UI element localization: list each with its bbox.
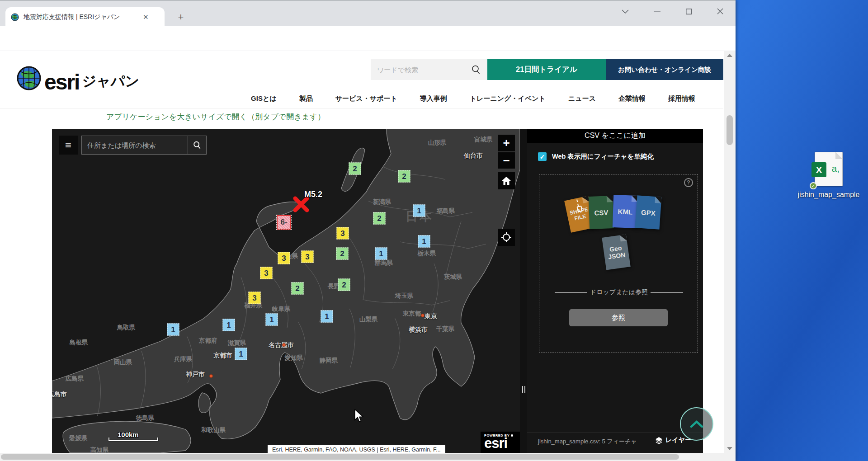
excel-x-logo: X bbox=[811, 162, 826, 177]
map-search-box[interactable] bbox=[81, 136, 207, 155]
browser-tab[interactable]: 地震対応支援情報 | ESRIジャパン ✕ bbox=[5, 7, 165, 27]
horizontal-scrollbar[interactable] bbox=[0, 453, 736, 461]
intensity-marker[interactable]: 2 bbox=[398, 170, 410, 183]
site-search-box[interactable] bbox=[371, 59, 487, 80]
tab-close-icon[interactable]: ✕ bbox=[143, 14, 149, 20]
site-header: esri ジャパン 21日間トライアル お問い合わせ・オンライン商談 GISとは… bbox=[0, 51, 723, 108]
intensity-marker[interactable]: 3 bbox=[249, 292, 261, 304]
maximize-button[interactable] bbox=[682, 6, 695, 16]
nav-item[interactable]: GISとは bbox=[251, 94, 277, 103]
simplify-label: Web 表示用にフィーチャを単純化 bbox=[552, 152, 654, 161]
intensity-marker[interactable]: 1 bbox=[235, 348, 247, 360]
intensity-marker[interactable]: 2 bbox=[349, 163, 361, 175]
favicon-globe-icon bbox=[11, 13, 19, 21]
nav-item[interactable]: サービス・サポート bbox=[335, 94, 397, 103]
intensity-marker[interactable]: 1 bbox=[418, 235, 430, 248]
desktop-excel-file[interactable]: X a, ✓ jishin_map_sample bbox=[795, 152, 863, 199]
city-dot-icon bbox=[209, 374, 213, 378]
browse-button[interactable]: 参照 bbox=[569, 309, 668, 326]
map-canvas[interactable]: 宮城県山形県仙台市新潟県福島県日本栃木県群馬県富山県茨城県長野県埼玉県福井県岐阜… bbox=[52, 129, 520, 453]
file-type-badge: KML bbox=[613, 195, 638, 228]
intensity-marker[interactable]: 2 bbox=[338, 279, 350, 291]
scroll-to-top-button[interactable] bbox=[680, 407, 713, 441]
intensity-marker[interactable]: 2 bbox=[336, 248, 349, 260]
locate-button[interactable] bbox=[498, 229, 515, 246]
intensity-marker[interactable]: 6- bbox=[277, 215, 291, 230]
zoom-out-button[interactable]: − bbox=[498, 152, 515, 169]
epicenter-magnitude-label: M5.2 bbox=[304, 190, 322, 199]
panel-separator bbox=[527, 433, 703, 433]
map-search-input[interactable] bbox=[87, 141, 188, 149]
trial-button[interactable]: 21日間トライアル bbox=[487, 59, 606, 80]
esri-japan-logo[interactable]: esri ジャパン bbox=[16, 66, 139, 91]
scale-bar bbox=[108, 437, 158, 441]
nav-item[interactable]: トレーニング・イベント bbox=[470, 94, 546, 103]
scroll-down-icon[interactable] bbox=[727, 447, 732, 450]
home-extent-button[interactable] bbox=[498, 172, 515, 189]
sync-check-icon: ✓ bbox=[810, 182, 817, 189]
desktop-file-label: jishin_map_sample bbox=[795, 191, 863, 199]
intensity-marker[interactable]: 3 bbox=[260, 267, 273, 279]
nav-item[interactable]: ニュース bbox=[568, 94, 596, 103]
open-app-link[interactable]: アプリケーションを大きいサイズで開く（別タブで開きます） bbox=[106, 112, 325, 122]
nav-item[interactable]: 企業情報 bbox=[618, 94, 646, 103]
intensity-marker[interactable]: 3 bbox=[302, 251, 314, 263]
search-icon[interactable] bbox=[471, 65, 481, 75]
mouse-cursor bbox=[354, 409, 365, 423]
simplify-checkbox-row[interactable]: ✓ Web 表示用にフィーチャを単純化 bbox=[538, 152, 654, 161]
site-search-input[interactable] bbox=[377, 66, 471, 74]
horizontal-scrollbar-thumb[interactable] bbox=[1, 454, 679, 460]
nav-item[interactable]: 採用情報 bbox=[668, 94, 695, 103]
browser-toolbar: Google で検索するか、URL を入力してください ⋮ bbox=[0, 26, 736, 51]
panel-splitter-handle[interactable] bbox=[520, 129, 527, 453]
intensity-marker[interactable]: 1 bbox=[167, 324, 179, 336]
intensity-marker[interactable]: 1 bbox=[223, 319, 235, 331]
panel-title: CSV をここに追加 bbox=[527, 129, 703, 143]
intensity-marker[interactable]: 2 bbox=[292, 282, 304, 295]
intensity-marker[interactable]: 3 bbox=[278, 252, 290, 264]
zoom-in-button[interactable]: + bbox=[498, 135, 515, 151]
city-dot-icon bbox=[421, 314, 425, 317]
excel-file-icon: X a, ✓ bbox=[815, 152, 843, 186]
intensity-marker[interactable]: 1 bbox=[375, 248, 387, 260]
csv-upload-panel: CSV をここに追加 ✓ Web 表示用にフィーチャを単純化 ? SHAPE F… bbox=[527, 129, 703, 453]
file-type-badge: Geo JSON bbox=[602, 235, 630, 270]
vertical-scrollbar[interactable] bbox=[724, 51, 736, 453]
nav-item[interactable]: 製品 bbox=[299, 94, 313, 103]
layers-icon bbox=[655, 437, 663, 444]
map-menu-icon[interactable]: ≡ bbox=[59, 136, 78, 155]
browser-window: 地震対応支援情報 | ESRIジャパン ✕ + bbox=[0, 0, 736, 461]
tab-strip: 地震対応支援情報 | ESRIジャパン ✕ + bbox=[0, 0, 736, 26]
layers-button[interactable]: レイヤー bbox=[655, 436, 691, 444]
nav-item[interactable]: 導入事例 bbox=[420, 94, 447, 103]
feature-count-status: jishin_map_sample.csv: 5 フィーチャ bbox=[538, 437, 637, 446]
contact-button[interactable]: お問い合わせ・オンライン商談 bbox=[606, 59, 723, 80]
intensity-marker[interactable]: 1 bbox=[266, 314, 278, 326]
file-drop-zone[interactable]: ? SHAPE FILECSVKMLGPXGeo JSON ドロップまたは参照 … bbox=[539, 174, 698, 353]
drop-hint: ドロップまたは参照 bbox=[539, 288, 698, 296]
esri-globe-icon bbox=[16, 66, 42, 91]
map-search-icon[interactable] bbox=[188, 136, 207, 155]
intensity-marker[interactable]: 1 bbox=[321, 310, 333, 323]
checkbox-checked-icon[interactable]: ✓ bbox=[538, 152, 547, 161]
intensity-marker[interactable]: 3 bbox=[337, 227, 349, 240]
intensity-marker[interactable]: 2 bbox=[373, 212, 386, 225]
map-attribution: Esri, HERE, Garmin, FAO, NOAA, USGS | Es… bbox=[268, 445, 445, 453]
tab-title: 地震対応支援情報 | ESRIジャパン bbox=[24, 13, 140, 21]
file-type-badge: GPX bbox=[635, 195, 662, 230]
logo-suffix: ジャパン bbox=[82, 72, 139, 91]
japan-landmass bbox=[52, 129, 520, 453]
powered-by-esri-logo: POWERED BY esri bbox=[481, 432, 520, 453]
help-icon[interactable]: ? bbox=[684, 178, 693, 187]
site-nav: GISとは製品サービス・サポート導入事例トレーニング・イベントニュース企業情報採… bbox=[0, 89, 723, 108]
new-tab-button[interactable]: + bbox=[175, 12, 186, 23]
scroll-up-icon[interactable] bbox=[727, 54, 732, 57]
intensity-marker[interactable]: 1 bbox=[413, 205, 425, 217]
chevron-down-icon[interactable] bbox=[618, 6, 632, 16]
vertical-scrollbar-thumb[interactable] bbox=[726, 115, 733, 145]
minimize-button[interactable] bbox=[650, 6, 664, 16]
excel-a-glyph: a, bbox=[831, 163, 840, 174]
city-dot-icon bbox=[282, 343, 286, 347]
close-window-button[interactable] bbox=[713, 6, 727, 16]
file-type-badge: CSV bbox=[589, 196, 614, 229]
